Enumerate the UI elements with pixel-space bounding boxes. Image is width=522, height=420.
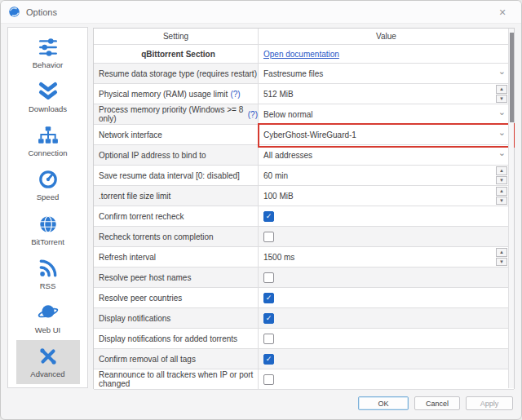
dropdown-selected-value: Fastresume files — [263, 69, 323, 78]
setting-label-cell: Confirm removal of all tags — [94, 349, 259, 369]
scrollbar-thumb[interactable] — [510, 33, 514, 122]
help-link[interactable]: (?) — [230, 90, 240, 99]
vertical-scrollbar[interactable] — [508, 29, 514, 388]
spin-down-icon[interactable]: ▼ — [496, 258, 507, 267]
setting-label: .torrent file size limit — [99, 192, 170, 201]
setting-label-cell: Reannounce to all trackers when IP or po… — [94, 369, 259, 389]
chevron-down-icon: ⌄ — [498, 67, 506, 76]
value-cell — [259, 369, 514, 389]
spin-buttons: ▲▼ — [496, 166, 507, 184]
sidebar-item-label: Advanced — [30, 369, 64, 378]
checkbox[interactable]: ✓ — [263, 354, 274, 365]
spinbox-value: 60 min — [263, 171, 288, 180]
spin-buttons: ▲▼ — [496, 85, 507, 103]
value-spinbox[interactable]: 1500 ms▲▼ — [259, 247, 514, 267]
value-cell: 1500 ms▲▼ — [259, 247, 514, 267]
table-row: Refresh interval1500 ms▲▼ — [94, 247, 514, 267]
value-spinbox[interactable]: 60 min▲▼ — [259, 166, 514, 185]
table-row: Save resume data interval [0: disabled]6… — [94, 166, 514, 186]
spin-up-icon[interactable]: ▲ — [496, 166, 507, 175]
help-link[interactable]: (?) — [248, 110, 258, 119]
value-cell: 60 min▲▼ — [259, 166, 514, 185]
sidebar-item-rss[interactable]: RSS — [16, 252, 80, 296]
ok-button[interactable]: OK — [358, 396, 409, 410]
sidebar-item-connection[interactable]: Connection — [16, 119, 80, 163]
value-spinbox[interactable]: 100 MiB▲▼ — [259, 186, 514, 206]
spinbox-value: 100 MiB — [263, 192, 294, 201]
spin-down-icon[interactable]: ▼ — [496, 95, 507, 104]
spin-up-icon[interactable]: ▲ — [496, 187, 507, 196]
setting-label: Resume data storage type (requires resta… — [99, 69, 257, 78]
setting-label-cell: Recheck torrents on completion — [94, 227, 259, 246]
chevron-down-icon: ⌄ — [498, 108, 506, 117]
setting-label: Process memory priority (Windows >= 8 on… — [99, 105, 246, 123]
globe-icon — [38, 214, 59, 235]
setting-label-cell: Confirm torrent recheck — [94, 206, 259, 226]
sidebar-item-advanced[interactable]: Advanced — [16, 340, 80, 384]
sidebar-item-bittorrent[interactable]: BitTorrent — [16, 208, 80, 252]
setting-label-cell: Resume data storage type (requires resta… — [94, 64, 259, 83]
value-cell: ✓ — [259, 288, 514, 307]
sidebar-item-webui[interactable]: Web UI — [16, 296, 80, 340]
value-dropdown[interactable]: CyberGhost-WireGuard-1⌄ — [259, 125, 514, 144]
value-cell: ✓ — [259, 349, 514, 369]
checkbox[interactable] — [263, 374, 274, 385]
spin-down-icon[interactable]: ▼ — [496, 197, 507, 206]
table-row: Resolve peer countries✓ — [94, 288, 514, 308]
setting-label: Confirm torrent recheck — [99, 212, 184, 221]
table-row: .torrent file size limit100 MiB▲▼ — [94, 186, 514, 206]
setting-label: Resolve peer host names — [99, 273, 191, 282]
setting-label: Resolve peer countries — [99, 294, 182, 303]
value-cell: 512 MiB▲▼ — [259, 84, 514, 104]
setting-label-cell: Resolve peer countries — [94, 288, 259, 307]
checkbox[interactable] — [263, 232, 274, 242]
dropdown-selected-value: Below normal — [263, 110, 313, 119]
table-rows: Resume data storage type (requires resta… — [94, 64, 514, 390]
apply-button[interactable]: Apply — [466, 396, 513, 410]
dropdown-selected-value: CyberGhost-WireGuard-1 — [263, 130, 356, 139]
table-row: Network interfaceCyberGhost-WireGuard-1⌄ — [94, 125, 514, 145]
setting-label-cell: Resolve peer host names — [94, 267, 259, 287]
close-icon[interactable]: ✕ — [495, 5, 510, 20]
checkbox[interactable]: ✓ — [263, 211, 274, 222]
speedometer-icon — [38, 169, 59, 190]
table-row: Optional IP address to bind toAll addres… — [94, 145, 514, 166]
checkbox[interactable] — [263, 272, 274, 283]
checkbox[interactable]: ✓ — [263, 293, 274, 303]
setting-label: Recheck torrents on completion — [99, 232, 214, 241]
cancel-button[interactable]: Cancel — [414, 396, 460, 410]
setting-label: Display notifications — [99, 314, 170, 323]
value-cell: ✓ — [259, 308, 514, 328]
spin-down-icon[interactable]: ▼ — [496, 176, 507, 185]
open-documentation-link[interactable]: Open documentation — [259, 50, 339, 59]
spin-up-icon[interactable]: ▲ — [496, 248, 507, 257]
value-dropdown[interactable]: Below normal⌄ — [259, 104, 514, 124]
value-spinbox[interactable]: 512 MiB▲▼ — [259, 84, 514, 104]
planet-icon — [38, 302, 59, 323]
checkbox[interactable] — [263, 334, 274, 344]
tools-icon — [38, 346, 59, 367]
value-dropdown[interactable]: Fastresume files⌄ — [259, 64, 514, 83]
button-bar: OK Cancel Apply — [1, 387, 521, 419]
title-bar: Options ✕ — [1, 1, 521, 24]
section-cell: qBittorrent Section — [94, 45, 259, 63]
window-title: Options — [26, 7, 57, 17]
checkbox[interactable]: ✓ — [263, 313, 274, 324]
value-column-header: Value — [259, 29, 514, 44]
advanced-settings-table: Setting Value qBittorrent Section Open d… — [93, 28, 515, 389]
section-value-cell: Open documentation — [259, 45, 514, 63]
setting-label-cell: Display notifications — [94, 308, 259, 328]
table-row: Confirm removal of all tags✓ — [94, 349, 514, 369]
sidebar-item-speed[interactable]: Speed — [16, 163, 80, 207]
sidebar-item-label: Speed — [37, 192, 59, 201]
sidebar-item-downloads[interactable]: Downloads — [16, 75, 80, 119]
sidebar-item-label: Behavior — [33, 60, 64, 69]
chevron-down-icon: ⌄ — [498, 148, 506, 157]
sidebar-item-label: Downloads — [29, 104, 67, 113]
section-title: qBittorrent Section — [99, 50, 258, 59]
section-row: qBittorrent Section Open documentation — [94, 45, 514, 64]
spin-up-icon[interactable]: ▲ — [496, 85, 507, 94]
sidebar-item-behavior[interactable]: Behavior — [16, 31, 80, 75]
value-cell: All addresses⌄ — [259, 145, 514, 165]
value-dropdown[interactable]: All addresses⌄ — [259, 145, 514, 165]
